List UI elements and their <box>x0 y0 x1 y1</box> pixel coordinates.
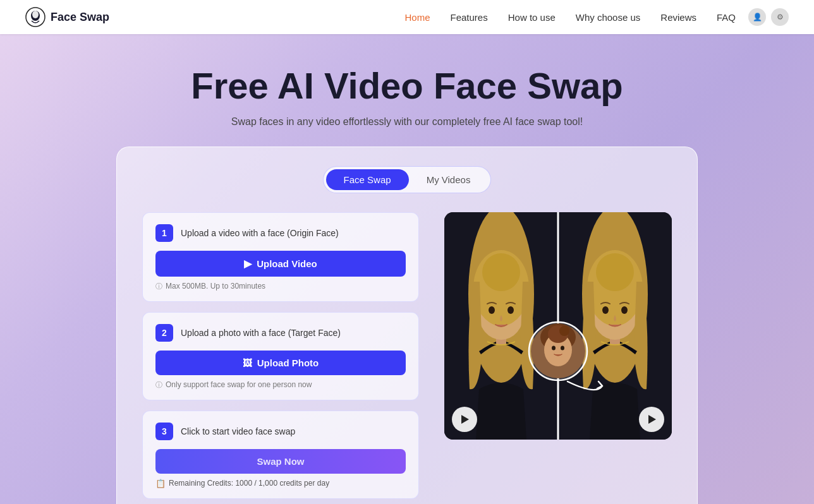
preview-svg <box>444 212 672 440</box>
step-1-label: Upload a video with a face (Origin Face) <box>181 228 339 238</box>
play-icon: ▶ <box>244 258 252 270</box>
hero-title: Free AI Video Face Swap <box>13 66 801 106</box>
tab-face-swap[interactable]: Face Swap <box>326 169 409 190</box>
upload-photo-label: Upload Photo <box>257 357 319 368</box>
nav-features[interactable]: Features <box>451 12 488 23</box>
nav-icons: 👤 ⚙ <box>748 8 789 26</box>
step-3-label: Click to start video face swap <box>181 426 295 436</box>
hero-subtitle: Swap faces in any video effortlessly wit… <box>13 116 801 128</box>
info-icon-2: ⓘ <box>155 380 162 390</box>
credits-hint: 📋 Remaining Credits: 1000 / 1,000 credit… <box>155 479 406 488</box>
svg-point-18 <box>621 306 628 314</box>
svg-point-9 <box>482 253 520 291</box>
svg-point-10 <box>489 306 495 314</box>
preview-container <box>444 212 672 440</box>
nav-how-to-use[interactable]: How to use <box>508 12 556 23</box>
svg-point-17 <box>602 306 609 314</box>
svg-point-11 <box>507 306 514 314</box>
nav-home[interactable]: Home <box>404 12 430 23</box>
main-nav: Home Features How to use Why choose us R… <box>404 12 736 23</box>
hero-section: Free AI Video Face Swap Swap faces in an… <box>0 34 814 504</box>
step-3-card: 3 Click to start video face swap Swap No… <box>142 411 419 499</box>
upload-video-label: Upload Video <box>257 258 317 269</box>
step-3-header: 3 Click to start video face swap <box>155 423 406 440</box>
step-1-number: 1 <box>155 224 173 242</box>
play-button-right[interactable] <box>639 407 664 432</box>
play-triangle-left <box>461 415 469 424</box>
step-3-number: 3 <box>155 423 173 440</box>
swap-now-button[interactable]: Swap Now <box>155 449 406 474</box>
user-icon[interactable]: 👤 <box>748 8 766 26</box>
play-triangle-right <box>648 415 656 424</box>
svg-point-26 <box>552 345 556 350</box>
svg-point-27 <box>561 345 564 350</box>
svg-point-2 <box>32 11 39 18</box>
nav-why-choose-us[interactable]: Why choose us <box>576 12 641 23</box>
logo-area: Face Swap <box>25 7 109 27</box>
swap-now-label: Swap Now <box>257 456 304 467</box>
nav-faq[interactable]: FAQ <box>717 12 736 23</box>
svg-point-16 <box>596 253 634 291</box>
settings-icon[interactable]: ⚙ <box>771 8 789 26</box>
step-2-hint: ⓘ Only support face swap for one person … <box>155 380 406 390</box>
logo-text: Face Swap <box>51 11 109 24</box>
main-card: Face Swap My Videos 1 Upload a video wit… <box>116 147 698 504</box>
info-icon-1: ⓘ <box>155 282 162 291</box>
step-2-label: Upload a photo with a face (Target Face) <box>181 328 341 338</box>
header: Face Swap Home Features How to use Why c… <box>0 0 814 34</box>
nav-reviews[interactable]: Reviews <box>660 12 696 23</box>
content-area: 1 Upload a video with a face (Origin Fac… <box>142 212 672 499</box>
step-1-card: 1 Upload a video with a face (Origin Fac… <box>142 212 419 302</box>
step-2-number: 2 <box>155 324 173 342</box>
step-2-card: 2 Upload a photo with a face (Target Fac… <box>142 312 419 400</box>
image-icon: 🖼 <box>243 357 252 368</box>
upload-photo-button[interactable]: 🖼 Upload Photo <box>155 351 406 375</box>
upload-video-button[interactable]: ▶ Upload Video <box>155 251 406 277</box>
play-button-left[interactable] <box>452 407 477 432</box>
tab-my-videos[interactable]: My Videos <box>409 169 489 190</box>
tabs-container: Face Swap My Videos <box>142 166 672 193</box>
tabs: Face Swap My Videos <box>323 166 492 193</box>
svg-point-25 <box>559 326 569 336</box>
step-1-hint: ⓘ Max 500MB. Up to 30minutes <box>155 282 406 291</box>
step-2-header: 2 Upload a photo with a face (Target Fac… <box>155 324 406 342</box>
logo-icon <box>25 7 46 27</box>
credits-icon: 📋 <box>155 479 166 488</box>
steps-column: 1 Upload a video with a face (Origin Fac… <box>142 212 419 499</box>
preview-column <box>444 212 672 440</box>
step-1-header: 1 Upload a video with a face (Origin Fac… <box>155 224 406 242</box>
